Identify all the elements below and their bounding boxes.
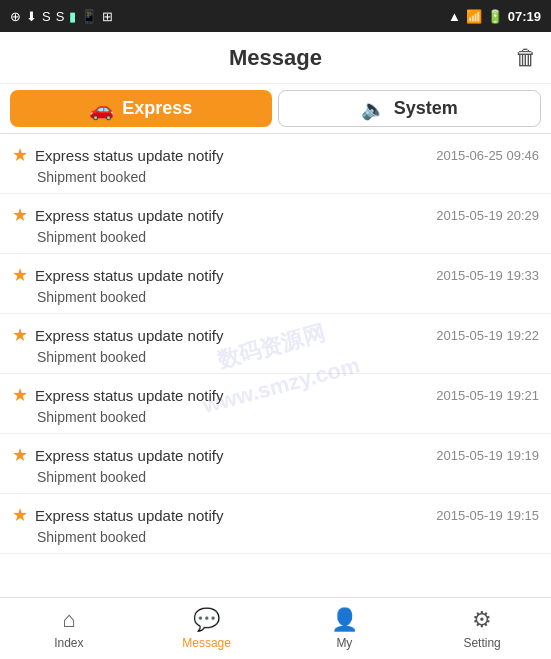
message-date: 2015-05-19 20:29 <box>436 208 539 223</box>
message-title: Express status update notify <box>35 447 223 464</box>
setting-nav-icon: ⚙ <box>472 607 492 633</box>
message-title-group: ★ Express status update notify <box>12 264 223 286</box>
clock: 07:19 <box>508 9 541 24</box>
message-item[interactable]: ★ Express status update notify 2015-05-1… <box>0 194 551 254</box>
star-icon: ★ <box>12 264 28 286</box>
star-icon: ★ <box>12 204 28 226</box>
message-date: 2015-06-25 09:46 <box>436 148 539 163</box>
message-title-group: ★ Express status update notify <box>12 324 223 346</box>
index-nav-label: Index <box>54 636 83 650</box>
my-nav-label: My <box>336 636 352 650</box>
message-title: Express status update notify <box>35 327 223 344</box>
star-icon: ★ <box>12 384 28 406</box>
setting-nav-label: Setting <box>463 636 500 650</box>
message-item[interactable]: ★ Express status update notify 2015-05-1… <box>0 314 551 374</box>
message-nav-label: Message <box>182 636 231 650</box>
message-item[interactable]: ★ Express status update notify 2015-05-1… <box>0 494 551 554</box>
message-list: ★ Express status update notify 2015-06-2… <box>0 134 551 554</box>
wifi-icon: ▲ <box>448 9 461 24</box>
message-title-group: ★ Express status update notify <box>12 504 223 526</box>
message-date: 2015-05-19 19:15 <box>436 508 539 523</box>
status-icon-grid: ⊞ <box>102 9 113 24</box>
status-icon-phone: 📱 <box>81 9 97 24</box>
message-list-container: 数码资源网 www.smzy.com ★ Express status upda… <box>0 134 551 597</box>
message-title: Express status update notify <box>35 267 223 284</box>
status-icons-left: ⊕ ⬇ S S ▮ 📱 ⊞ <box>10 9 113 24</box>
status-icon-battery-green: ▮ <box>69 9 76 24</box>
message-body: Shipment booked <box>37 289 539 305</box>
message-item[interactable]: ★ Express status update notify 2015-05-1… <box>0 434 551 494</box>
message-top-row: ★ Express status update notify 2015-05-1… <box>12 324 539 346</box>
message-item[interactable]: ★ Express status update notify 2015-06-2… <box>0 134 551 194</box>
nav-item-my[interactable]: 👤 My <box>276 598 414 659</box>
message-title-group: ★ Express status update notify <box>12 444 223 466</box>
trash-button[interactable]: 🗑 <box>515 45 537 71</box>
message-item[interactable]: ★ Express status update notify 2015-05-1… <box>0 254 551 314</box>
index-nav-icon: ⌂ <box>62 607 75 633</box>
express-tab-icon: 🚗 <box>89 97 114 121</box>
status-icon-charge: ⊕ <box>10 9 21 24</box>
message-top-row: ★ Express status update notify 2015-05-1… <box>12 384 539 406</box>
express-tab-label: Express <box>122 98 192 119</box>
tab-express[interactable]: 🚗 Express <box>10 90 272 127</box>
header: Message 🗑 <box>0 32 551 84</box>
signal-icon: 📶 <box>466 9 482 24</box>
message-top-row: ★ Express status update notify 2015-05-1… <box>12 264 539 286</box>
message-body: Shipment booked <box>37 529 539 545</box>
system-tab-label: System <box>394 98 458 119</box>
message-item[interactable]: ★ Express status update notify 2015-05-1… <box>0 374 551 434</box>
battery-icon: 🔋 <box>487 9 503 24</box>
system-tab-icon: 🔈 <box>361 97 386 121</box>
message-date: 2015-05-19 19:19 <box>436 448 539 463</box>
bottom-nav: ⌂ Index 💬 Message 👤 My ⚙ Setting <box>0 597 551 659</box>
message-body: Shipment booked <box>37 409 539 425</box>
star-icon: ★ <box>12 444 28 466</box>
status-icon-s2: S <box>56 9 65 24</box>
message-title: Express status update notify <box>35 207 223 224</box>
message-date: 2015-05-19 19:21 <box>436 388 539 403</box>
page-title: Message <box>229 45 322 71</box>
tab-system[interactable]: 🔈 System <box>278 90 542 127</box>
message-top-row: ★ Express status update notify 2015-05-1… <box>12 444 539 466</box>
message-body: Shipment booked <box>37 229 539 245</box>
star-icon: ★ <box>12 504 28 526</box>
nav-item-setting[interactable]: ⚙ Setting <box>413 598 551 659</box>
nav-item-index[interactable]: ⌂ Index <box>0 598 138 659</box>
top-tab-bar: 🚗 Express 🔈 System <box>0 84 551 134</box>
message-nav-icon: 💬 <box>193 607 220 633</box>
message-title: Express status update notify <box>35 387 223 404</box>
message-date: 2015-05-19 19:22 <box>436 328 539 343</box>
message-date: 2015-05-19 19:33 <box>436 268 539 283</box>
my-nav-icon: 👤 <box>331 607 358 633</box>
status-icon-download: ⬇ <box>26 9 37 24</box>
message-title-group: ★ Express status update notify <box>12 144 223 166</box>
message-title-group: ★ Express status update notify <box>12 384 223 406</box>
message-top-row: ★ Express status update notify 2015-06-2… <box>12 144 539 166</box>
nav-item-message[interactable]: 💬 Message <box>138 598 276 659</box>
message-title: Express status update notify <box>35 147 223 164</box>
star-icon: ★ <box>12 324 28 346</box>
message-title-group: ★ Express status update notify <box>12 204 223 226</box>
message-top-row: ★ Express status update notify 2015-05-1… <box>12 204 539 226</box>
message-top-row: ★ Express status update notify 2015-05-1… <box>12 504 539 526</box>
status-bar-right: ▲ 📶 🔋 07:19 <box>448 9 541 24</box>
message-body: Shipment booked <box>37 169 539 185</box>
status-bar: ⊕ ⬇ S S ▮ 📱 ⊞ ▲ 📶 🔋 07:19 <box>0 0 551 32</box>
status-icon-s1: S <box>42 9 51 24</box>
message-title: Express status update notify <box>35 507 223 524</box>
star-icon: ★ <box>12 144 28 166</box>
message-body: Shipment booked <box>37 349 539 365</box>
message-body: Shipment booked <box>37 469 539 485</box>
